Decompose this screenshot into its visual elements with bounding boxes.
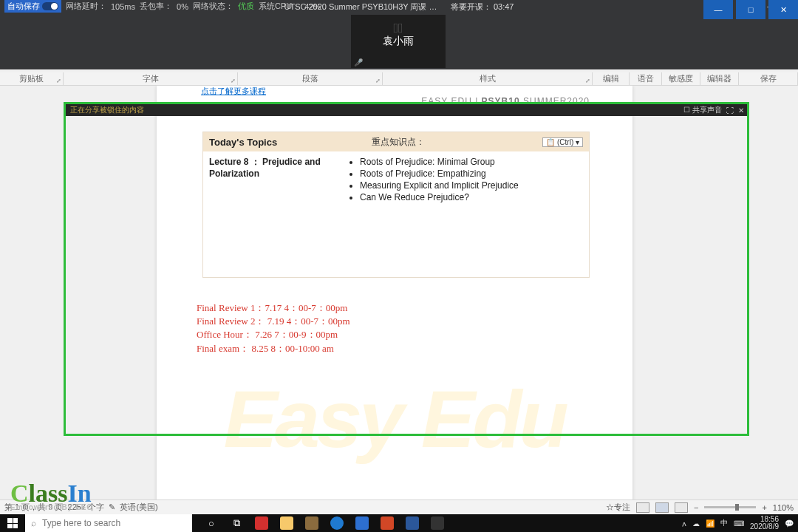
group-clipboard: 剪贴板 [19, 73, 44, 84]
task-explorer-icon[interactable] [275, 514, 299, 532]
classin-watermark: ClassIn Empowered By EEO [10, 480, 93, 511]
search-icon: ⌕ [31, 518, 36, 528]
zoom-slider[interactable] [704, 506, 756, 508]
windows-logo-icon [7, 518, 18, 528]
cpu-value: 42% [304, 2, 321, 11]
latency-value: 105ms [111, 2, 135, 11]
share-close-icon[interactable]: ✕ [738, 106, 744, 115]
windows-taskbar: ⌕ Type here to search ○ ⧉ ʌ ☁ 📶 中 ⌨ 18:5… [0, 514, 798, 532]
taskbar-search[interactable]: ⌕ Type here to search [25, 514, 192, 532]
tray-notifications-icon[interactable]: 💬 [785, 519, 794, 528]
search-placeholder: Type here to search [42, 518, 120, 528]
tray-ime-indicator[interactable]: 中 [720, 518, 728, 528]
status-language[interactable]: 英语(美国) [120, 502, 157, 513]
task-acrobat-icon[interactable] [250, 514, 273, 532]
launcher-icon[interactable]: ⤢ [375, 78, 381, 84]
tray-overflow-icon[interactable]: ʌ [682, 519, 686, 528]
tray-onedrive-icon[interactable]: ☁ [692, 519, 700, 528]
task-classin-icon[interactable] [426, 514, 449, 532]
group-styles: 样式 [480, 73, 496, 84]
autosave-label: 自动保存 [7, 1, 40, 12]
mic-muted-icon: 🎤̸ [354, 58, 363, 66]
participant-name: 袁小雨 [383, 35, 414, 48]
autosave-indicator: 自动保存 [4, 0, 61, 13]
word-minimize-button[interactable]: — [703, 0, 733, 19]
task-edge-icon[interactable] [325, 514, 349, 532]
view-printlayout-button[interactable] [655, 502, 669, 513]
group-editor: 编辑器 [707, 73, 732, 84]
share-audio-toggle[interactable]: ☐ 共享声音 [683, 105, 722, 115]
screen-share-frame: 正在分享被锁住的内容 ☐ 共享声音 ⛶ ✕ [64, 102, 749, 436]
start-button[interactable] [0, 514, 25, 532]
cpu-label: 系统CPU： [259, 1, 300, 12]
group-editing: 编辑 [603, 73, 619, 84]
status-spellcheck-icon[interactable]: ✎ [109, 502, 115, 512]
system-tray: ʌ ☁ 📶 中 ⌨ 18:56 2020/8/9 💬 [682, 516, 798, 531]
net-label: 网络状态： [193, 1, 233, 12]
clock-date: 2020/8/9 [750, 523, 779, 531]
net-value: 优质 [238, 1, 254, 12]
tray-network-icon[interactable]: 📶 [706, 519, 715, 528]
task-taskview-icon[interactable]: ⧉ [225, 514, 248, 532]
task-office-icon[interactable] [375, 514, 399, 532]
group-sensitivity: 敏感度 [669, 73, 693, 84]
task-store-icon[interactable] [300, 514, 324, 532]
ribbon-group-labels: 剪贴板⤢ 字体⤢ 段落⤢ 样式⤢ 编辑 语音 敏感度 编辑器 保存 [0, 72, 798, 86]
task-cortana-icon[interactable]: ○ [200, 514, 223, 532]
classin-topbar: 自动保存 网络延时： 105ms 丢包率： 0% 网络状态： 优质 系统CPU：… [0, 0, 798, 69]
loss-value: 0% [177, 2, 188, 11]
zoom-value[interactable]: 110% [773, 503, 794, 512]
view-readmode-button[interactable] [636, 502, 649, 513]
group-font: 字体 [143, 73, 159, 84]
loss-label: 丢包率： [140, 1, 172, 12]
share-status-text: 正在分享被锁住的内容 [70, 105, 144, 115]
group-paragraph: 段落 [302, 73, 318, 84]
word-maximize-button[interactable]: □ [736, 0, 765, 19]
word-close-button[interactable]: ✕ [768, 0, 798, 19]
status-focus[interactable]: ☆专注 [606, 502, 630, 513]
classin-watermark-sub: Empowered By EEO [10, 503, 93, 511]
zoom-out-button[interactable]: − [694, 503, 698, 512]
camera-off-icon: 👤⃠ [393, 21, 403, 36]
more-courses-link[interactable]: 点击了解更多课程 [201, 86, 266, 97]
participant-video-tile[interactable]: 👤⃠ 袁小雨 🎤̸ [351, 15, 446, 68]
task-mail-icon[interactable] [350, 514, 374, 532]
zoom-in-button[interactable]: + [762, 503, 766, 512]
word-status-bar: 第 1 页，共 9 页 2257 个字 ✎ 英语(美国) ☆专注 − + 110… [0, 499, 798, 514]
group-voice: 语音 [638, 73, 654, 84]
autosave-toggle[interactable] [42, 2, 58, 10]
launcher-icon[interactable]: ⤢ [231, 78, 236, 84]
launcher-icon[interactable]: ⤢ [585, 78, 590, 84]
launcher-icon[interactable]: ⤢ [56, 78, 61, 84]
view-weblayout-button[interactable] [675, 502, 688, 513]
latency-label: 网络延时： [66, 1, 106, 12]
tray-keyboard-icon[interactable]: ⌨ [734, 519, 744, 528]
group-save: 保存 [760, 73, 777, 84]
tray-clock[interactable]: 18:56 2020/8/9 [750, 516, 779, 531]
share-frame-header: 正在分享被锁住的内容 ☐ 共享声音 ⛶ ✕ [66, 104, 747, 116]
share-fullscreen-icon[interactable]: ⛶ [726, 106, 734, 115]
task-word-icon[interactable] [400, 514, 424, 532]
